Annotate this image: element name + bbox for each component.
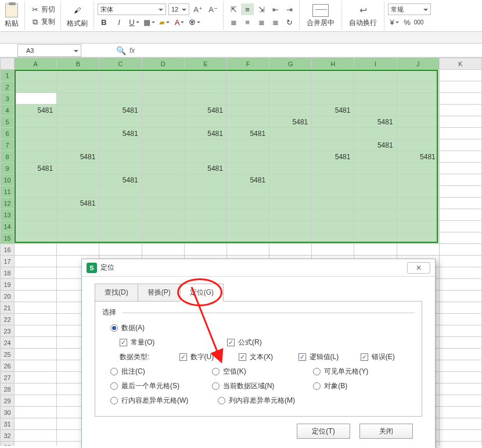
- cell-J14[interactable]: [397, 221, 439, 232]
- cell-B10[interactable]: [57, 174, 99, 186]
- comma-style-button[interactable]: 000: [413, 16, 424, 28]
- cell-K4[interactable]: [439, 105, 481, 116]
- cell-A25[interactable]: [15, 349, 57, 360]
- col-header-D[interactable]: D: [142, 58, 184, 70]
- cell-D10[interactable]: [142, 174, 184, 186]
- cell-B4[interactable]: [57, 105, 99, 116]
- cell-J13[interactable]: [397, 209, 439, 221]
- cell-I10[interactable]: [354, 174, 397, 186]
- cell-A33[interactable]: [15, 442, 57, 446]
- cell-F16[interactable]: [226, 244, 269, 256]
- cell-K1[interactable]: [439, 70, 481, 81]
- cell-G10[interactable]: [269, 174, 312, 186]
- cell-B2[interactable]: [57, 81, 99, 93]
- cell-K26[interactable]: [439, 360, 481, 372]
- cell-E4[interactable]: 5481: [184, 105, 226, 116]
- cell-H9[interactable]: [312, 163, 354, 174]
- cell-G12[interactable]: [269, 198, 312, 209]
- cell-A6[interactable]: [15, 128, 57, 139]
- row-header-6[interactable]: 6: [1, 128, 15, 139]
- row-header-26[interactable]: 26: [1, 360, 15, 372]
- col-header-I[interactable]: I: [354, 58, 397, 70]
- row-header-25[interactable]: 25: [1, 349, 15, 360]
- cell-C9[interactable]: [99, 163, 142, 174]
- row-header-7[interactable]: 7: [1, 139, 15, 151]
- cell-K19[interactable]: [439, 279, 481, 291]
- cell-J16[interactable]: [397, 244, 439, 256]
- cell-H13[interactable]: [312, 209, 354, 221]
- cell-J11[interactable]: [397, 186, 439, 198]
- cell-C4[interactable]: 5481: [99, 105, 142, 116]
- cell-E9[interactable]: 5481: [184, 163, 226, 174]
- col-header-A[interactable]: A: [15, 58, 57, 70]
- cell-E2[interactable]: [184, 81, 226, 93]
- cell-J2[interactable]: [397, 81, 439, 93]
- cell-K18[interactable]: [439, 267, 481, 279]
- cell-J6[interactable]: [397, 128, 439, 139]
- cell-K14[interactable]: [439, 221, 481, 232]
- radio-coldiff[interactable]: [218, 397, 225, 404]
- row-header-8[interactable]: 8: [1, 151, 15, 163]
- cell-I11[interactable]: [354, 186, 397, 198]
- row-header-31[interactable]: 31: [1, 418, 15, 430]
- cell-D1[interactable]: [142, 70, 184, 81]
- cell-H3[interactable]: [312, 93, 354, 105]
- cell-I6[interactable]: [354, 128, 397, 139]
- cell-G13[interactable]: [269, 209, 312, 221]
- cell-G9[interactable]: [269, 163, 312, 174]
- dialog-titlebar[interactable]: S 定位 ✕: [82, 259, 435, 277]
- cell-D16[interactable]: [142, 244, 184, 256]
- cell-A1[interactable]: [15, 70, 57, 81]
- cell-A16[interactable]: [15, 244, 57, 256]
- cell-E7[interactable]: [184, 139, 226, 151]
- increase-font-button[interactable]: A⁺: [192, 3, 204, 15]
- cell-F10[interactable]: 5481: [226, 174, 269, 186]
- col-header-F[interactable]: F: [226, 58, 269, 70]
- cell-H10[interactable]: [312, 174, 354, 186]
- cell-A28[interactable]: [15, 384, 57, 395]
- row-header-1[interactable]: 1: [1, 70, 15, 81]
- cell-K8[interactable]: [439, 151, 481, 163]
- cell-A14[interactable]: [15, 221, 57, 232]
- cell-A21[interactable]: [15, 302, 57, 314]
- cell-D8[interactable]: [142, 151, 184, 163]
- cell-D15[interactable]: [142, 232, 184, 244]
- cell-K11[interactable]: [439, 186, 481, 198]
- cell-G4[interactable]: [269, 105, 312, 116]
- cell-H12[interactable]: [312, 198, 354, 209]
- cell-K21[interactable]: [439, 302, 481, 314]
- radio-data[interactable]: [110, 324, 118, 332]
- cell-D5[interactable]: [142, 116, 184, 128]
- align-left-button[interactable]: ≣: [227, 16, 240, 28]
- cell-F1[interactable]: [226, 70, 269, 81]
- cell-K32[interactable]: [439, 430, 481, 442]
- cell-F14[interactable]: [226, 221, 269, 232]
- row-header-24[interactable]: 24: [1, 337, 15, 349]
- cell-B8[interactable]: 5481: [57, 151, 99, 163]
- row-header-2[interactable]: 2: [1, 81, 15, 93]
- cell-B16[interactable]: [57, 244, 99, 256]
- cell-D14[interactable]: [142, 221, 184, 232]
- cell-J12[interactable]: [397, 198, 439, 209]
- cell-H4[interactable]: 5481: [312, 105, 354, 116]
- col-header-H[interactable]: H: [312, 58, 354, 70]
- cell-A15[interactable]: [15, 232, 57, 244]
- cell-E15[interactable]: [184, 232, 226, 244]
- phonetic-button[interactable]: ♼: [188, 16, 201, 28]
- radio-comment[interactable]: [110, 368, 118, 375]
- select-all-corner[interactable]: [1, 58, 15, 70]
- row-header-4[interactable]: 4: [1, 105, 15, 116]
- cell-A11[interactable]: [15, 186, 57, 198]
- cell-H1[interactable]: [312, 70, 354, 81]
- cell-F4[interactable]: [226, 105, 269, 116]
- cell-C10[interactable]: 5481: [99, 174, 142, 186]
- cell-I9[interactable]: [354, 163, 397, 174]
- col-header-K[interactable]: K: [439, 58, 481, 70]
- col-header-J[interactable]: J: [397, 58, 439, 70]
- cell-K29[interactable]: [439, 395, 481, 407]
- cell-K24[interactable]: [439, 337, 481, 349]
- radio-region[interactable]: [212, 382, 220, 390]
- dialog-close-button[interactable]: ✕: [407, 262, 430, 274]
- border-button[interactable]: ▦: [143, 16, 156, 28]
- cell-G2[interactable]: [269, 81, 312, 93]
